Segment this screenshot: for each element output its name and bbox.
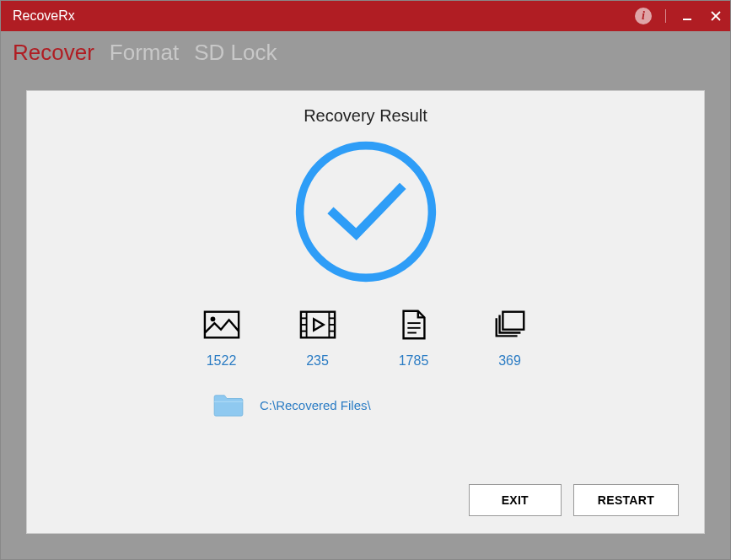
photo-icon (203, 308, 240, 342)
stats-row: 1522 235 (52, 308, 679, 369)
titlebar: RecoveRx i (1, 1, 730, 31)
checkmark-icon (293, 139, 438, 284)
svg-point-3 (299, 146, 432, 278)
video-count: 235 (306, 353, 329, 369)
window-controls: i (635, 8, 723, 24)
panel-title: Recovery Result (52, 106, 679, 126)
result-panel: Recovery Result 1522 (26, 90, 705, 534)
tab-format[interactable]: Format (110, 40, 179, 66)
output-path-link[interactable]: C:\Recovered Files\ (260, 398, 371, 412)
photo-count: 1522 (207, 353, 237, 369)
output-path-row: C:\Recovered Files\ (212, 392, 679, 417)
other-count: 369 (498, 353, 521, 369)
app-title: RecoveRx (13, 8, 635, 24)
stat-documents: 1785 (395, 308, 433, 369)
svg-point-5 (210, 316, 215, 321)
button-row: EXIT RESTART (52, 484, 679, 516)
stat-other: 369 (492, 308, 529, 369)
stat-videos: 235 (299, 308, 336, 369)
folder-icon[interactable] (212, 392, 245, 417)
separator (665, 9, 666, 23)
tabbar: Recover Format SD Lock (1, 31, 730, 73)
minimize-button[interactable] (680, 8, 695, 24)
app-window: RecoveRx i Recover Format SD Lock Recove… (0, 0, 731, 560)
tab-recover[interactable]: Recover (13, 40, 94, 66)
stat-photos: 1522 (203, 308, 240, 369)
tab-sdlock[interactable]: SD Lock (194, 40, 277, 66)
video-icon (299, 308, 336, 342)
restart-button[interactable]: RESTART (573, 484, 679, 516)
success-indicator (52, 139, 679, 284)
stack-icon (492, 308, 529, 342)
svg-marker-15 (314, 319, 323, 330)
close-button[interactable] (708, 8, 723, 24)
body-area: Recovery Result 1522 (1, 73, 730, 559)
svg-rect-19 (503, 312, 524, 330)
document-icon (395, 308, 433, 342)
document-count: 1785 (399, 353, 429, 369)
exit-button[interactable]: EXIT (469, 484, 562, 516)
info-icon[interactable]: i (635, 8, 652, 24)
